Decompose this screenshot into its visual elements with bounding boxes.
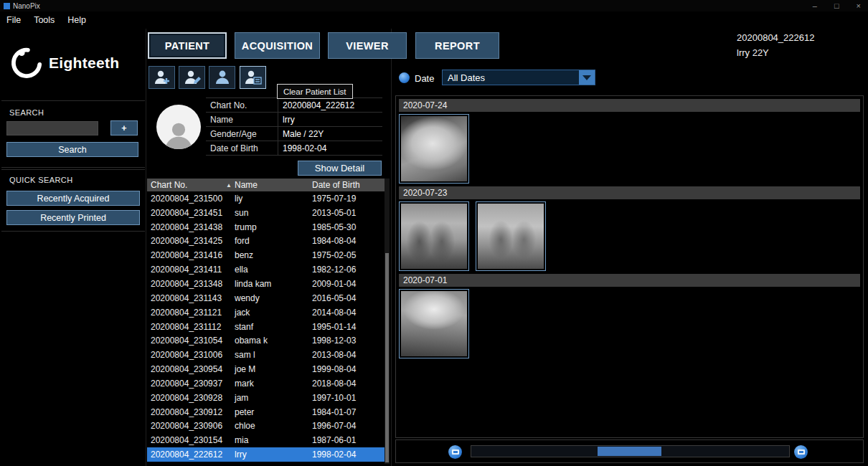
date-filter-label: Date [415, 73, 434, 84]
chevron-down-icon [582, 75, 591, 80]
table-cell: peter [233, 407, 312, 417]
eighteeth-logo-icon [10, 47, 43, 80]
table-row[interactable]: 20200804_230906chloe1996-07-04 [147, 419, 385, 434]
table-cell: 2013-08-04 [312, 350, 385, 360]
table-row[interactable]: 20200804_231416benz1975-02-05 [147, 248, 385, 262]
clear-patient-list-button[interactable] [240, 66, 266, 89]
table-row[interactable]: 20200804_231121jack2014-08-04 [147, 305, 385, 320]
table-cell: 1984-01-07 [312, 407, 385, 417]
tab-viewer[interactable]: VIEWER [328, 32, 407, 59]
xray-thumbnail[interactable] [476, 201, 546, 271]
table-row[interactable]: 20200804_231054obama k1998-12-03 [147, 333, 385, 348]
table-row[interactable]: 20200804_230928jam1997-10-01 [147, 391, 385, 405]
table-cell: 1995-01-14 [312, 322, 385, 332]
gallery: 2020-07-242020-07-232020-07-01 [395, 95, 864, 438]
table-row[interactable]: 20200804_231411ella1982-12-06 [147, 262, 385, 277]
xray-thumbnail[interactable] [399, 289, 469, 358]
patient-fields: Chart No. 20200804_222612 Name lrry Gend… [206, 98, 382, 156]
tab-acquisition[interactable]: ACQUISITION [235, 32, 320, 59]
close-button[interactable]: × [857, 0, 861, 11]
session-chart-no: 20200804_222612 [737, 30, 814, 45]
field-label: Name [206, 115, 278, 125]
table-cell: wendy [233, 293, 312, 303]
thumbnail-row [399, 201, 860, 271]
table-row[interactable]: 20200804_231438trump1985-05-30 [147, 220, 385, 234]
column-chart-no[interactable]: Chart No. ▲ [147, 180, 233, 190]
recently-printed-button[interactable]: Recently Printed [6, 210, 140, 225]
date-dropdown[interactable]: All Dates [442, 70, 595, 85]
divider-left [146, 29, 146, 466]
table-cell: 20200804_230906 [147, 421, 233, 431]
date-group-header: 2020-07-24 [399, 99, 860, 112]
table-cell: mia [233, 435, 312, 445]
field-value: 20200804_222612 [278, 98, 382, 112]
screen-icon [451, 448, 460, 457]
tab-report[interactable]: REPORT [415, 32, 499, 59]
patient-info-button[interactable] [209, 66, 235, 89]
table-row[interactable]: 20200804_231500liy1975-07-19 [147, 191, 385, 206]
table-cell: 1975-02-05 [312, 250, 385, 260]
xray-thumbnail[interactable] [399, 114, 469, 184]
table-row[interactable]: 20200804_231451sun2013-05-01 [147, 206, 385, 220]
table-cell: 20200804_230937 [147, 379, 233, 389]
table-row[interactable]: 20200804_230954joe M1999-08-04 [147, 362, 385, 376]
table-cell: 20200804_230954 [147, 364, 233, 374]
column-label: Chart No. [151, 180, 187, 190]
search-button[interactable]: Search [6, 142, 138, 157]
column-name[interactable]: Name [233, 180, 312, 190]
table-row[interactable]: 20200804_222612lrry1998-02-04 [147, 447, 385, 462]
gallery-scrollbar[interactable] [471, 445, 790, 457]
field-row: Chart No. 20200804_222612 [206, 98, 382, 113]
maximize-button[interactable]: □ [834, 0, 839, 11]
recently-acquired-button[interactable]: Recently Acquired [6, 191, 140, 206]
column-date-of-birth[interactable]: Date of Birth [312, 180, 385, 190]
edit-patient-button[interactable] [179, 66, 205, 89]
table-scrollbar-thumb[interactable] [385, 253, 389, 462]
add-search-button[interactable]: + [110, 120, 138, 135]
show-detail-button[interactable]: Show Detail [298, 161, 382, 176]
table-row[interactable]: 20200804_231112stanf1995-01-14 [147, 320, 385, 334]
table-row[interactable]: 20200804_230154mia1987-06-01 [147, 433, 385, 447]
table-row[interactable]: 20200804_230937mark2018-08-04 [147, 376, 385, 391]
table-row[interactable]: 20200804_230912peter1984-01-07 [147, 405, 385, 419]
menu-file[interactable]: File [6, 15, 21, 25]
add-patient-button[interactable] [148, 66, 175, 89]
table-cell: 20200804_231006 [147, 350, 233, 360]
table-cell: 20200804_231112 [147, 322, 233, 332]
table-cell: 1998-02-04 [312, 450, 385, 460]
table-cell: 1997-10-01 [312, 393, 385, 403]
minimize-button[interactable]: – [813, 0, 817, 11]
table-cell: mark [233, 379, 312, 389]
dropdown-arrow-button[interactable] [579, 70, 595, 85]
date-group-header: 2020-07-01 [399, 274, 860, 287]
date-radio[interactable] [399, 72, 410, 83]
menu-help[interactable]: Help [67, 15, 86, 25]
xray-thumbnail[interactable] [399, 201, 469, 271]
prev-page-button[interactable] [448, 445, 462, 459]
table-cell: 1987-06-01 [312, 435, 385, 445]
patient-table-body: 20200804_231500liy1975-07-1920200804_231… [147, 191, 385, 464]
table-row[interactable]: 20200804_231425ford1984-08-04 [147, 234, 385, 249]
table-cell: 20200804_230912 [147, 407, 233, 417]
window-controls: – □ × [813, 0, 861, 11]
date-group-header: 2020-07-23 [399, 186, 860, 199]
table-row[interactable]: 20200804_231348linda kam2009-01-04 [147, 277, 385, 291]
field-row: Gender/Age Male / 22Y [206, 127, 382, 141]
xray-image [401, 291, 467, 356]
field-row: Name lrry [206, 113, 382, 127]
table-row[interactable]: 20200804_231006sam l2013-08-04 [147, 348, 385, 362]
table-cell: 2018-08-04 [312, 379, 385, 389]
tab-patient[interactable]: PATIENT [148, 32, 227, 59]
table-scrollbar[interactable] [385, 179, 390, 464]
search-input[interactable] [6, 121, 98, 135]
menu-tools[interactable]: Tools [34, 15, 55, 25]
gallery-scrollbar-thumb[interactable] [598, 447, 661, 456]
table-row[interactable]: 20200804_231143wendy2016-05-04 [147, 291, 385, 305]
table-cell: 2016-05-04 [312, 293, 385, 303]
table-cell: 20200804_222612 [147, 450, 233, 460]
sort-asc-icon: ▲ [226, 182, 232, 189]
table-cell: 1998-12-03 [312, 336, 385, 346]
next-page-button[interactable] [794, 445, 808, 459]
divider-middle [391, 29, 392, 466]
titlebar: NanoPix – □ × [0, 0, 868, 11]
